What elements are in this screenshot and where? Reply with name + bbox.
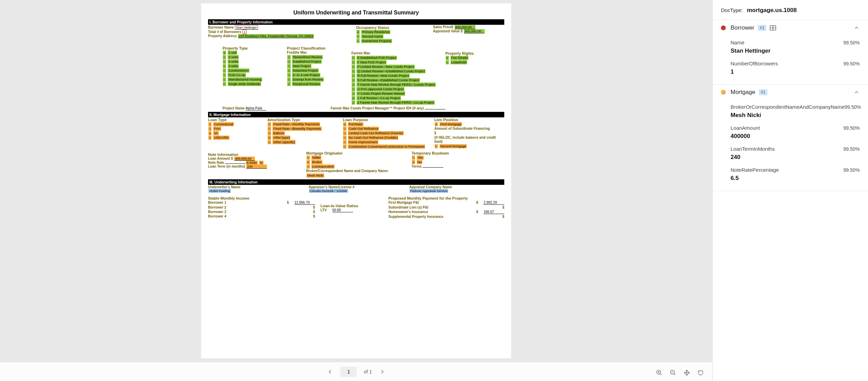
zoom-out-icon[interactable] [670,369,676,376]
section-fields: BrokerOrCorrespondentNameAndCompanyName … [713,104,868,191]
extraction-section: Borrower #1 Name 99.50% Stan Hettinger N… [713,20,868,85]
document-page: Uniform Underwriting and Transmittal Sum… [201,3,511,358]
borrower-name-value: Stan Hettinger [235,25,258,30]
prop-rights-label: Property Rights [445,51,504,55]
appraised-label: Appraised Value $ [433,29,463,33]
total-borrowers-value: 1 [242,30,246,34]
extraction-field[interactable]: NoteRatePercentage 99.50% 6.5 [731,167,860,182]
rotate-icon[interactable] [697,369,704,376]
pan-icon[interactable] [683,369,690,376]
field-value: 240 [731,154,860,161]
field-value: 400000 [731,133,860,140]
total-borrowers-label: Total # of Borrowers [208,30,241,34]
extraction-panel: DocType: mortgage.us.1008 Borrower #1 Na… [712,0,868,381]
borrower-name-label: Borrower Name [208,25,234,29]
appraised-value: 800,000.00 [464,29,485,33]
field-name: NoteRatePercentage [731,167,779,173]
fannie-label: Fannie Mae [351,51,440,55]
table-icon[interactable] [770,25,776,30]
prop-addr-label: Property Address [208,34,237,38]
chevron-up-icon[interactable] [854,89,860,95]
property-type-label: Property Type [223,46,281,50]
field-value: 6.5 [731,175,860,182]
section-1-header: I. Borrower and Property Information [208,19,504,25]
prop-addr-value: 225 Bustleton Pike, Feasterville-Trevose… [238,34,314,38]
extraction-field[interactable]: BrokerOrCorrespondentNameAndCompanyName … [731,104,860,119]
extraction-field[interactable]: LoanAmount 99.50% 400000 [731,125,860,140]
occ-second: Second Home [361,34,383,39]
document-scroll[interactable]: Uniform Underwriting and Transmittal Sum… [0,0,712,362]
section-title: Borrower [731,24,754,31]
next-page-icon[interactable] [379,368,386,375]
occupancy-label: Occupancy Status [356,25,427,30]
section-badge: #1 [759,89,767,95]
document-title: Uniform Underwriting and Transmittal Sum… [208,10,504,16]
document-panel: Uniform Underwriting and Transmittal Sum… [0,0,712,381]
field-name: LoanAmount [731,125,760,131]
section-3-header: III. Underwriting Information [208,179,504,185]
section-color-dot [721,25,726,30]
field-name: Name [731,40,744,45]
field-confidence: 99.50% [844,61,860,66]
chevron-up-icon[interactable] [854,25,860,31]
field-value: Mesh Nicki [731,112,860,119]
page-total-label: of 1 [364,369,372,374]
field-confidence: 99.50% [844,125,860,131]
section-color-dot [721,90,726,95]
sales-price-value: 800,000.00 [455,25,475,29]
field-value: Stan Hettinger [731,47,860,54]
freddie-label: Freddie Mac [287,51,346,55]
doctype-value: mortgage.us.1008 [747,7,797,14]
section-header[interactable]: Borrower #1 [713,20,868,35]
extraction-field[interactable]: Name 99.50% Stan Hettinger [731,40,860,54]
field-confidence: 99.50% [844,40,860,45]
doctype-row: DocType: mortgage.us.1008 [713,0,868,20]
section-fields: Name 99.50% Stan Hettinger NumberOfBorro… [713,40,868,84]
section-badge: #1 [758,25,766,31]
field-name: NumberOfBorrowers [731,61,778,66]
sales-price-label: Sales Price$ [433,25,453,29]
extraction-field[interactable]: LoanTermInMonths 99.50% 240 [731,146,860,161]
extraction-section: Mortgage #1 BrokerOrCorrespondentNameAnd… [713,85,868,191]
occ-invest: Investment Property [361,39,392,43]
field-name: BrokerOrCorrespondentNameAndCompanyName [731,104,845,110]
page-number-input[interactable] [340,367,357,377]
section-2-header: II. Mortgage Information [208,112,504,117]
proj-class-label: Project Classification [287,46,346,50]
occ-primary: Primary Residence [361,30,390,34]
section-title: Mortgage [731,89,755,96]
field-confidence: 99.50% [845,104,861,110]
field-confidence: 99.50% [844,167,860,173]
prev-page-icon[interactable] [327,368,333,375]
field-confidence: 99.50% [844,146,860,152]
zoom-in-icon[interactable] [656,369,663,376]
doctype-label: DocType: [721,7,743,13]
field-name: LoanTermInMonths [731,146,775,152]
viewer-toolbar: of 1 [0,362,712,381]
extraction-field[interactable]: NumberOfBorrowers 99.50% 1 [731,61,860,75]
field-value: 1 [731,68,860,75]
section-header[interactable]: Mortgage #1 [713,85,868,100]
